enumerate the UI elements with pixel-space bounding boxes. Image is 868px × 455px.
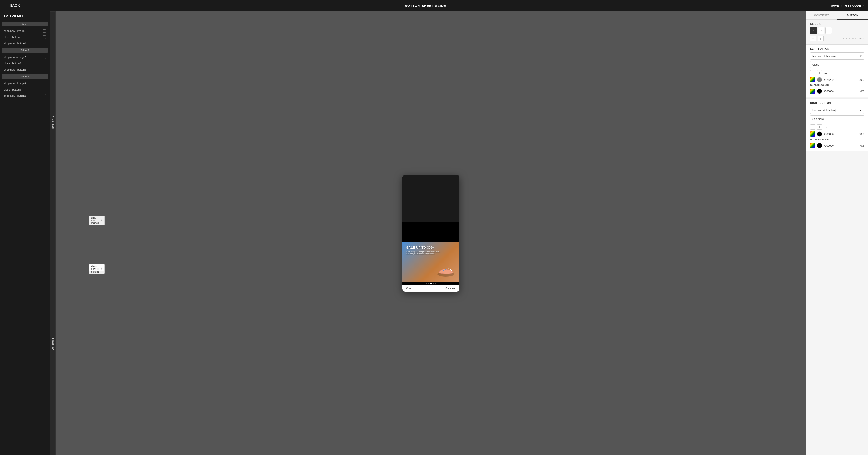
canvas-label-text: shop now - image1 bbox=[91, 217, 99, 224]
slide-num-2[interactable]: 2 bbox=[818, 27, 825, 34]
back-button[interactable]: ← BACK bbox=[4, 4, 20, 8]
list-item[interactable]: shop now - button3 bbox=[0, 93, 50, 99]
list-item[interactable]: shop now - button1 bbox=[0, 40, 50, 47]
item-checkbox[interactable] bbox=[42, 82, 46, 85]
get-code-label: GET CODE bbox=[845, 4, 861, 7]
save-button[interactable]: SAVE ↑ bbox=[831, 4, 842, 8]
right-btn-color-swatch[interactable] bbox=[817, 143, 822, 148]
get-code-icon: ↑ bbox=[862, 4, 864, 8]
list-item[interactable]: close - button1 bbox=[0, 34, 50, 40]
right-gradient-swatch[interactable] bbox=[810, 132, 815, 137]
list-item[interactable]: shop now - image2 bbox=[0, 54, 50, 60]
right-font-select[interactable]: Montserrat [Medium] ▼ bbox=[810, 107, 864, 114]
list-item[interactable]: close - button2 bbox=[0, 60, 50, 66]
right-text-color-hex: #000000 bbox=[824, 133, 856, 136]
vertical-labels: BUTTON 1 BUTTON 2 bbox=[50, 11, 56, 455]
get-code-button[interactable]: GET CODE ↑ bbox=[845, 4, 864, 8]
right-btn-opacity: 0% bbox=[860, 144, 864, 147]
left-button-section: LEFT BUTTON Montserrat [Medium] ▼ − + 12 bbox=[806, 45, 868, 97]
right-font-label: Montserrat [Medium] bbox=[812, 109, 836, 112]
canvas-label-image1[interactable]: shop now - image1 ✎ bbox=[89, 216, 105, 225]
item-checkbox[interactable] bbox=[42, 29, 46, 33]
left-size-decrease[interactable]: − bbox=[810, 70, 815, 75]
left-text-input[interactable] bbox=[810, 61, 864, 68]
phone-container: SALE UP TO 30% Get a designer brand prod… bbox=[402, 175, 460, 291]
dot-active bbox=[430, 283, 432, 284]
item-label: shop now - image3 bbox=[4, 82, 26, 85]
item-label: shop now - button3 bbox=[4, 94, 26, 97]
back-arrow-icon: ← bbox=[4, 4, 8, 8]
dot bbox=[435, 283, 436, 284]
right-size-controls: − + 12 bbox=[810, 124, 828, 130]
list-item[interactable]: close - button3 bbox=[0, 86, 50, 93]
right-size-increase[interactable]: + bbox=[817, 124, 822, 130]
item-checkbox[interactable] bbox=[42, 94, 46, 97]
svg-point-1 bbox=[443, 270, 444, 271]
right-button-color-title: BUTTON COLOR bbox=[810, 138, 864, 141]
item-label: shop now - button1 bbox=[4, 42, 26, 45]
edit-icon: ✎ bbox=[100, 267, 102, 271]
topbar: ← BACK BOTTOM SHEET SLIDE SAVE ↑ GET COD… bbox=[0, 0, 868, 11]
right-btn-gradient-swatch[interactable] bbox=[810, 143, 815, 148]
sale-subtitle: Get a designer brand products at a sale … bbox=[406, 251, 440, 255]
list-item[interactable]: shop now - button2 bbox=[0, 66, 50, 73]
see-more-button-preview: See more bbox=[445, 287, 456, 290]
remove-slide-button[interactable]: − bbox=[810, 36, 816, 41]
right-size-decrease[interactable]: − bbox=[810, 124, 815, 130]
save-icon: ↑ bbox=[840, 4, 842, 8]
left-gradient-swatch[interactable] bbox=[810, 77, 815, 82]
item-checkbox[interactable] bbox=[42, 42, 46, 45]
slide-controls: − + * Create up to 7 slides bbox=[810, 36, 864, 41]
left-text-opacity: 100% bbox=[858, 78, 864, 81]
add-slide-button[interactable]: + bbox=[818, 36, 824, 41]
right-btn-color-hex: #000000 bbox=[824, 144, 859, 147]
sidebar-title: BUTTON LIST bbox=[0, 11, 50, 20]
right-button-section: RIGHT BUTTON Montserrat [Medium] ▼ − + 1… bbox=[806, 99, 868, 151]
panel-tabs: CONTENTS BUTTON bbox=[806, 11, 868, 20]
right-text-opacity: 100% bbox=[858, 133, 864, 136]
svg-point-2 bbox=[445, 269, 446, 270]
item-checkbox[interactable] bbox=[42, 68, 46, 71]
dots-row bbox=[402, 282, 460, 285]
item-checkbox[interactable] bbox=[42, 35, 46, 39]
right-font-size: 12 bbox=[824, 125, 828, 129]
sidebar: BUTTON LIST Slide 1 shop now - image1 cl… bbox=[0, 11, 50, 455]
shoe-image bbox=[436, 266, 458, 280]
slide-numbers: 1 2 3 bbox=[810, 27, 864, 34]
slide-num-1[interactable]: 1 bbox=[810, 27, 817, 34]
canvas-area: shop now - image1 ✎ close - button1 ✎ sh… bbox=[56, 11, 806, 455]
item-label: shop now - image2 bbox=[4, 56, 26, 59]
right-text-color-row: #000000 100% bbox=[810, 132, 864, 137]
left-font-select[interactable]: Montserrat [Medium] ▼ bbox=[810, 52, 864, 60]
item-label: shop now - image1 bbox=[4, 30, 26, 32]
sale-title: SALE UP TO 30% bbox=[406, 245, 440, 250]
list-item[interactable]: shop now - image1 bbox=[0, 28, 50, 34]
left-button-color-row: #000000 0% bbox=[810, 89, 864, 94]
tab-contents[interactable]: CONTENTS bbox=[806, 11, 837, 20]
item-checkbox[interactable] bbox=[42, 56, 46, 59]
tab-button[interactable]: BUTTON bbox=[837, 11, 868, 20]
right-text-input[interactable] bbox=[810, 115, 864, 122]
left-text-field-wrapper bbox=[810, 61, 864, 68]
left-size-controls: − + 12 bbox=[810, 70, 828, 75]
left-button-color-title: BUTTON COLOR bbox=[810, 84, 864, 86]
left-size-increase[interactable]: + bbox=[817, 70, 822, 75]
item-checkbox[interactable] bbox=[42, 62, 46, 65]
back-label: BACK bbox=[9, 4, 20, 8]
canvas-label-shopnow1[interactable]: shop now - button1 ✎ bbox=[89, 264, 105, 274]
slide-1-label: Slide 1 bbox=[2, 22, 48, 26]
left-btn-gradient-swatch[interactable] bbox=[810, 89, 815, 94]
left-btn-color-swatch[interactable] bbox=[817, 89, 822, 94]
left-text-color-swatch[interactable] bbox=[817, 77, 822, 82]
dot bbox=[428, 283, 430, 284]
right-text-field-wrapper bbox=[810, 115, 864, 122]
item-checkbox[interactable] bbox=[42, 88, 46, 91]
slide-num-3[interactable]: 3 bbox=[826, 27, 832, 34]
main-layout: BUTTON LIST Slide 1 shop now - image1 cl… bbox=[0, 11, 868, 455]
right-text-color-swatch[interactable] bbox=[817, 132, 822, 137]
chevron-down-icon: ▼ bbox=[860, 109, 862, 112]
item-label: close - button2 bbox=[4, 62, 21, 65]
button2-label: BUTTON 2 bbox=[50, 233, 56, 455]
left-font-size: 12 bbox=[824, 71, 828, 74]
list-item[interactable]: shop now - image3 bbox=[0, 80, 50, 86]
